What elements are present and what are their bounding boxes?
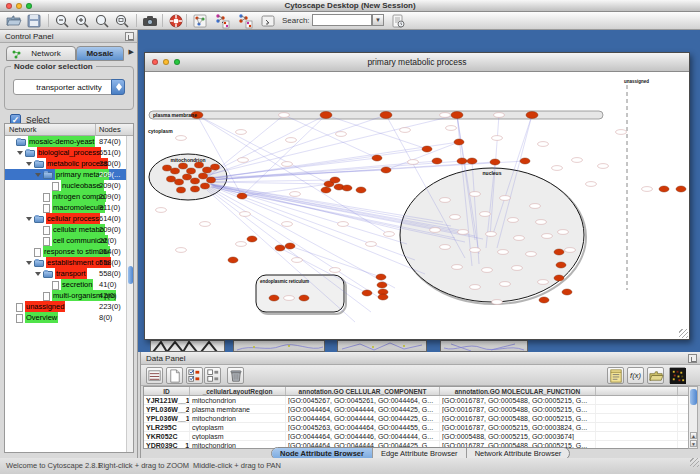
tree-row[interactable]: primary metabo209(... xyxy=(5,169,133,180)
column-header[interactable]: annotation.GO MOLECULAR_FUNCTION xyxy=(440,387,596,395)
zoom-out-icon[interactable] xyxy=(54,13,70,29)
column-header[interactable]: annotation.GO CELLULAR_COMPONENT xyxy=(286,387,440,395)
edge xyxy=(209,182,329,184)
node-label xyxy=(238,158,249,163)
table-row[interactable]: YKR052Ccytoplasm[GO:0044464, GO:0044446,… xyxy=(144,432,688,441)
background-window[interactable] xyxy=(233,340,325,352)
float-panel-icon[interactable] xyxy=(688,354,697,363)
help-icon[interactable] xyxy=(168,13,184,29)
window-resize-grip[interactable] xyxy=(679,329,688,338)
close-window-icon[interactable] xyxy=(6,3,12,9)
float-panel-icon[interactable] xyxy=(125,32,134,41)
tree-row[interactable]: transport558(0) xyxy=(5,268,133,279)
node-label xyxy=(470,285,481,290)
tree-scrollbar[interactable] xyxy=(126,136,133,453)
network-canvas[interactable]: plasma membranecytoplasmmitochondrionnuc… xyxy=(145,72,689,339)
table-row[interactable]: YPL036W__2plasma membrane[GO:0044464, GO… xyxy=(144,405,688,414)
tree-row[interactable]: cellular process614(0) xyxy=(5,213,133,224)
node-label xyxy=(514,236,525,241)
disclosure-triangle-icon[interactable] xyxy=(26,217,32,221)
app-title-bar[interactable]: Cytoscape Desktop (New Session) xyxy=(0,0,700,12)
column-header[interactable]: _cellularLayoutRegion xyxy=(190,387,286,395)
attribute-table[interactable]: ID_cellularLayoutRegionannotation.GO CEL… xyxy=(143,386,689,449)
create-network-icon[interactable] xyxy=(192,13,208,29)
node xyxy=(191,178,200,184)
save-session-icon[interactable] xyxy=(26,13,42,29)
table-row[interactable]: YPL036W__1mitochondrion[GO:0044464, GO:0… xyxy=(144,414,688,423)
minimize-window-icon[interactable] xyxy=(16,3,22,9)
tree-row[interactable]: cell communicat22(0) xyxy=(5,235,133,246)
data-panel-toolbar: f(x) xyxy=(141,365,700,386)
background-window[interactable] xyxy=(440,340,528,352)
attribute-editor-icon[interactable] xyxy=(607,367,624,384)
network-window-title-bar[interactable]: primary metabolic process xyxy=(145,53,689,72)
tab-network[interactable]: Network xyxy=(6,46,76,61)
search-input[interactable] xyxy=(312,14,372,26)
new-attribute-icon[interactable] xyxy=(166,367,183,384)
tree-scrollbar-thumb[interactable] xyxy=(128,266,133,284)
folder-icon xyxy=(34,260,44,267)
destroy-network-icon[interactable] xyxy=(237,13,253,29)
zoom-window-icon[interactable] xyxy=(174,59,180,65)
zoom-in-icon[interactable] xyxy=(74,13,90,29)
tab-mosaic[interactable]: Mosaic xyxy=(76,46,124,61)
node-label xyxy=(598,164,609,169)
search-dropdown-icon[interactable]: ▼ xyxy=(372,14,384,26)
tree-row[interactable]: nitrogen compo209(0) xyxy=(5,191,133,202)
zoom-window-icon[interactable] xyxy=(26,3,32,9)
table-row[interactable]: YJR121W__1mitochondrion[GO:0045267, GO:0… xyxy=(144,396,688,405)
app-resize-grip[interactable] xyxy=(690,458,699,467)
tree-row[interactable]: unassigned223(0) xyxy=(5,301,133,312)
disclosure-triangle-icon[interactable] xyxy=(17,151,23,155)
tree-row[interactable]: establishment of lo558(0) xyxy=(5,257,133,268)
column-header[interactable] xyxy=(596,387,678,395)
disclosure-triangle-icon[interactable] xyxy=(26,162,32,166)
disclosure-triangle-icon[interactable] xyxy=(35,173,41,177)
unselect-all-attributes-icon[interactable] xyxy=(204,367,221,384)
background-window[interactable] xyxy=(337,340,427,352)
node-color-dropdown[interactable]: transporter activity xyxy=(13,79,125,95)
tree-row[interactable]: Overview8(0) xyxy=(5,312,133,323)
search-options-icon[interactable] xyxy=(390,13,406,29)
select-attributes-icon[interactable] xyxy=(146,367,163,384)
folder-icon xyxy=(16,139,26,146)
tree-row[interactable]: secretion41(0) xyxy=(5,279,133,290)
open-file-icon[interactable] xyxy=(6,13,22,29)
scroll-up-icon[interactable]: ▲ xyxy=(690,432,697,439)
scroll-down-icon[interactable]: ▼ xyxy=(690,440,697,447)
annotation-icon[interactable] xyxy=(260,13,276,29)
select-all-attributes-icon[interactable] xyxy=(186,367,203,384)
minimize-window-icon[interactable] xyxy=(163,59,169,65)
import-attributes-icon[interactable] xyxy=(647,367,664,384)
tree-row[interactable]: biological_process651(0) xyxy=(5,147,133,158)
table-scrollbar-thumb[interactable] xyxy=(690,389,697,405)
snapshot-icon[interactable] xyxy=(142,13,158,29)
network-view-window[interactable]: primary metabolic process plasma membran… xyxy=(144,52,690,340)
tree-row[interactable]: mosaic-demo-yeast874(0) xyxy=(5,136,133,147)
dropdown-stepper-icon[interactable] xyxy=(111,79,125,95)
zoom-selected-icon[interactable] xyxy=(114,13,130,29)
attribute-table-header[interactable]: ID_cellularLayoutRegionannotation.GO CEL… xyxy=(144,387,688,396)
tree-row[interactable]: macromolecule311(0) xyxy=(5,202,133,213)
tree-row[interactable]: metabolic process280(0) xyxy=(5,158,133,169)
folder-icon xyxy=(34,216,44,223)
tree-row[interactable]: response to stimulu264(0) xyxy=(5,246,133,257)
tree-row[interactable]: nucleobase-209(0) xyxy=(5,180,133,191)
formula-builder-icon[interactable]: f(x) xyxy=(627,367,644,384)
close-window-icon[interactable] xyxy=(152,59,158,65)
tree-row[interactable]: cellular metabo209(0) xyxy=(5,224,133,235)
table-cell xyxy=(596,405,678,413)
tree-item-label: unassigned xyxy=(25,301,65,312)
disclosure-triangle-icon[interactable] xyxy=(35,272,41,276)
duplicate-network-icon[interactable] xyxy=(214,13,230,29)
attribute-matrix-icon[interactable] xyxy=(669,367,686,384)
tree-row[interactable]: multi-organism pro42(0) xyxy=(5,290,133,301)
table-scrollbar[interactable]: ▲ ▼ xyxy=(688,386,698,449)
tab-overflow-arrow[interactable]: ▶ xyxy=(129,48,134,56)
table-row[interactable]: YLR295Ccytoplasm[GO:0045263, GO:0044464,… xyxy=(144,423,688,432)
disclosure-triangle-icon[interactable] xyxy=(26,261,32,265)
zoom-fit-icon[interactable] xyxy=(94,13,110,29)
column-header[interactable]: ID xyxy=(144,387,190,395)
delete-attribute-icon[interactable] xyxy=(227,367,244,384)
background-window[interactable] xyxy=(150,340,225,352)
